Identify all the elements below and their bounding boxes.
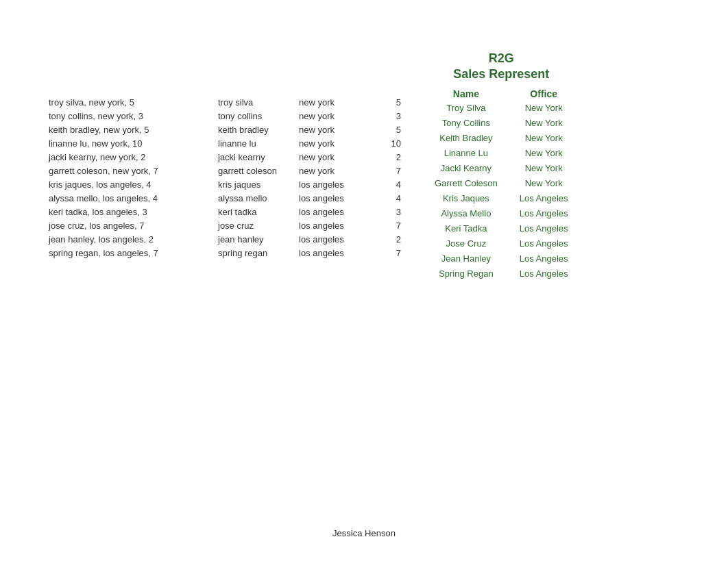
- r2g-table-row: Alyssa MelloLos Angeles: [424, 206, 579, 221]
- r2g-table-row: Linanne LuNew York: [424, 146, 579, 161]
- r2g-table-row: Keri TadkaLos Angeles: [424, 221, 579, 236]
- r2g-table: Name Office Troy SilvaNew YorkTony Colli…: [424, 87, 579, 282]
- r2g-row-office: New York: [509, 131, 579, 146]
- r2g-col-office-header: Office: [509, 87, 579, 101]
- r2g-row-name: Jacki Kearny: [424, 161, 509, 176]
- r2g-row-name: Jean Hanley: [424, 251, 509, 266]
- parsed-name-item: garrett coleson: [218, 164, 277, 178]
- parsed-number-item: 2: [384, 233, 401, 247]
- r2g-col-name-header: Name: [424, 87, 509, 101]
- r2g-table-row: Kris JaquesLos Angeles: [424, 191, 579, 206]
- r2g-row-office: New York: [509, 161, 579, 176]
- raw-list-item: keith bradley, new york, 5: [49, 123, 158, 137]
- r2g-title-line2: Sales Represent: [453, 67, 549, 81]
- r2g-row-name: Kris Jaques: [424, 191, 509, 206]
- parsed-offices-column: new yorknew yorknew yorknew yorknew york…: [299, 96, 344, 260]
- r2g-row-name: Tony Collins: [424, 116, 509, 131]
- r2g-row-name: Linanne Lu: [424, 146, 509, 161]
- parsed-office-item: new york: [299, 137, 344, 151]
- r2g-row-office: Los Angeles: [509, 206, 579, 221]
- parsed-name-item: jose cruz: [218, 219, 277, 233]
- r2g-row-office: Los Angeles: [509, 251, 579, 266]
- parsed-office-item: new york: [299, 96, 344, 110]
- r2g-title-line1: R2G: [489, 51, 514, 65]
- parsed-name-item: linanne lu: [218, 137, 277, 151]
- office-rest: ffice: [537, 88, 557, 99]
- parsed-name-item: keith bradley: [218, 123, 277, 137]
- raw-list-item: tony collins, new york, 3: [49, 110, 158, 123]
- r2g-table-body: Troy SilvaNew YorkTony CollinsNew YorkKe…: [424, 101, 579, 282]
- r2g-row-office: Los Angeles: [509, 191, 579, 206]
- parsed-office-item: new york: [299, 151, 344, 164]
- r2g-row-office: Los Angeles: [509, 236, 579, 251]
- raw-list: troy silva, new york, 5tony collins, new…: [49, 96, 158, 260]
- r2g-row-name: Garrett Coleson: [424, 176, 509, 191]
- parsed-office-item: new york: [299, 164, 344, 178]
- r2g-title: R2G Sales Represent: [424, 51, 579, 83]
- r2g-table-row: Jean HanleyLos Angeles: [424, 251, 579, 266]
- parsed-office-item: los angeles: [299, 205, 344, 219]
- r2g-table-row: Garrett ColesonNew York: [424, 176, 579, 191]
- parsed-number-item: 5: [384, 123, 401, 137]
- parsed-number-item: 2: [384, 151, 401, 164]
- parsed-name-item: troy silva: [218, 96, 277, 110]
- office-o-bold: O: [530, 88, 537, 99]
- parsed-names-column: troy silvatony collinskeith bradleylinan…: [218, 96, 277, 260]
- r2g-table-row: Troy SilvaNew York: [424, 101, 579, 116]
- r2g-panel: R2G Sales Represent Name Office Troy Sil…: [424, 51, 579, 282]
- r2g-table-row: Spring ReganLos Angeles: [424, 266, 579, 282]
- parsed-office-item: new york: [299, 110, 344, 123]
- raw-list-item: kris jaques, los angeles, 4: [49, 178, 158, 192]
- raw-list-item: jacki kearny, new york, 2: [49, 151, 158, 164]
- parsed-name-item: alyssa mello: [218, 192, 277, 205]
- r2g-table-row: Keith BradleyNew York: [424, 131, 579, 146]
- parsed-number-item: 4: [384, 192, 401, 205]
- r2g-table-row: Jacki KearnyNew York: [424, 161, 579, 176]
- r2g-row-name: Keri Tadka: [424, 221, 509, 236]
- parsed-number-item: 10: [384, 137, 401, 151]
- r2g-row-name: Spring Regan: [424, 266, 509, 282]
- parsed-number-item: 7: [384, 164, 401, 178]
- parsed-office-item: los angeles: [299, 192, 344, 205]
- r2g-row-office: Los Angeles: [509, 266, 579, 282]
- r2g-row-office: Los Angeles: [509, 221, 579, 236]
- r2g-row-name: Jose Cruz: [424, 236, 509, 251]
- parsed-number-item: 3: [384, 110, 401, 123]
- raw-list-item: alyssa mello, los angeles, 4: [49, 192, 158, 205]
- parsed-name-item: jacki kearny: [218, 151, 277, 164]
- parsed-number-item: 4: [384, 178, 401, 192]
- parsed-name-item: tony collins: [218, 110, 277, 123]
- parsed-office-item: los angeles: [299, 233, 344, 247]
- parsed-office-item: los angeles: [299, 178, 344, 192]
- r2g-table-row: Tony CollinsNew York: [424, 116, 579, 131]
- r2g-row-name: Troy Silva: [424, 101, 509, 116]
- parsed-number-item: 7: [384, 247, 401, 260]
- r2g-row-office: New York: [509, 176, 579, 191]
- r2g-row-office: New York: [509, 116, 579, 131]
- raw-list-item: spring regan, los angeles, 7: [49, 247, 158, 260]
- parsed-office-item: new york: [299, 123, 344, 137]
- parsed-number-item: 3: [384, 205, 401, 219]
- parsed-name-item: spring regan: [218, 247, 277, 260]
- r2g-row-office: New York: [509, 146, 579, 161]
- parsed-number-item: 7: [384, 219, 401, 233]
- raw-list-item: keri tadka, los angeles, 3: [49, 205, 158, 219]
- parsed-office-item: los angeles: [299, 247, 344, 260]
- raw-list-item: linanne lu, new york, 10: [49, 137, 158, 151]
- r2g-table-row: Jose CruzLos Angeles: [424, 236, 579, 251]
- parsed-numbers-column: 5351027443727: [384, 96, 401, 260]
- r2g-row-name: Alyssa Mello: [424, 206, 509, 221]
- parsed-name-item: keri tadka: [218, 205, 277, 219]
- raw-list-item: jean hanley, los angeles, 2: [49, 233, 158, 247]
- raw-list-item: garrett coleson, new york, 7: [49, 164, 158, 178]
- parsed-office-item: los angeles: [299, 219, 344, 233]
- raw-list-item: jose cruz, los angeles, 7: [49, 219, 158, 233]
- r2g-row-office: New York: [509, 101, 579, 116]
- parsed-number-item: 5: [384, 96, 401, 110]
- parsed-name-item: kris jaques: [218, 178, 277, 192]
- raw-list-item: troy silva, new york, 5: [49, 96, 158, 110]
- footer-name: Jessica Henson: [332, 528, 396, 538]
- parsed-name-item: jean hanley: [218, 233, 277, 247]
- r2g-row-name: Keith Bradley: [424, 131, 509, 146]
